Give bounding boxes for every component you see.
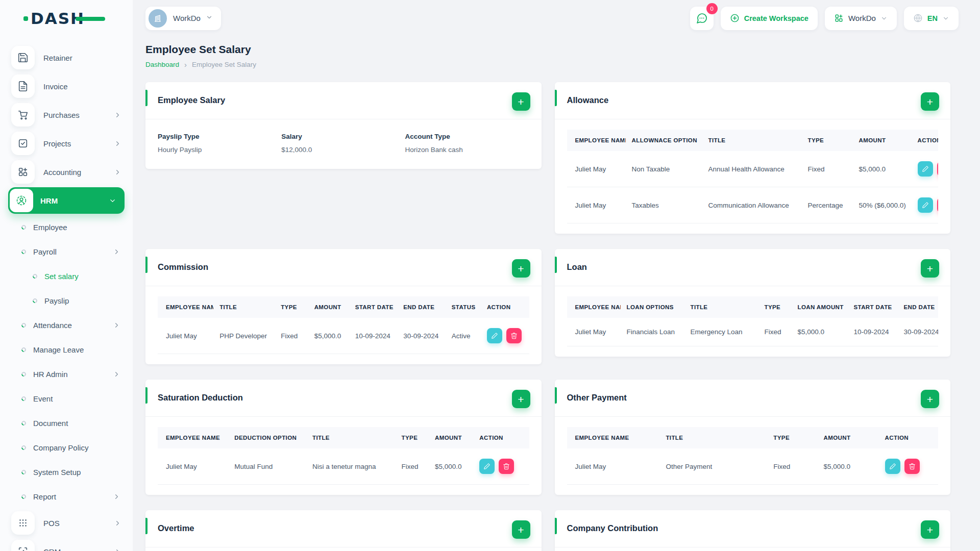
sidebar-item-retainer[interactable]: Retainer — [0, 43, 133, 72]
allowance-table: EMPLOYEE NAME ALLOWNACE OPTION TITLE TYP… — [567, 130, 939, 223]
bullet-icon — [20, 395, 27, 402]
cell-amount: $5,000.0 — [429, 448, 473, 485]
sidebar-item-crm[interactable]: CRM — [0, 537, 133, 551]
chevron-down-icon — [880, 15, 888, 22]
col-type: TYPE — [802, 130, 853, 151]
company-contribution-body — [555, 547, 951, 551]
workspace-menu-button[interactable]: WorkDo — [825, 7, 897, 30]
col-action: ACTION — [481, 296, 529, 318]
loan-card: Loan + EMPLOYEE NAME LOAN OPTIONS TITLE … — [555, 249, 951, 357]
add-allowance-button[interactable]: + — [921, 92, 939, 111]
col-allowance-option: ALLOWNACE OPTION — [626, 130, 702, 151]
add-commission-button[interactable]: + — [512, 259, 530, 278]
sidebar-item-employee[interactable]: Employee — [0, 215, 133, 239]
other-payment-table: EMPLOYEE NAME TITLE TYPE AMOUNT ACTION J… — [567, 427, 939, 485]
cell-employee-name: Juliet May — [158, 448, 228, 485]
card-header: Other Payment + — [555, 380, 951, 417]
commission-table: EMPLOYEE NAME TITLE TYPE AMOUNT START DA… — [158, 296, 529, 354]
sidebar-item-label: HR Admin — [33, 370, 68, 379]
bullet-icon — [32, 297, 38, 304]
sidebar-item-label: Event — [33, 394, 53, 403]
cell-type: Percentage — [802, 187, 853, 223]
field-label: Payslip Type — [158, 133, 281, 140]
edit-button[interactable] — [479, 459, 495, 474]
sidebar-item-payslip[interactable]: Payslip — [0, 288, 133, 313]
sidebar-item-projects[interactable]: Projects — [0, 129, 133, 158]
card-title: Overtime — [158, 520, 194, 533]
card-title: Saturation Deduction — [158, 390, 243, 403]
col-action: ACTION — [912, 130, 939, 151]
add-overtime-button[interactable]: + — [512, 520, 530, 539]
sidebar-item-hrm[interactable]: HRM — [8, 187, 125, 214]
card-header: Commission + — [145, 249, 542, 286]
messages-button[interactable]: 0 — [690, 7, 714, 30]
bullet-icon — [20, 224, 27, 231]
sidebar-item-set-salary[interactable]: Set salary — [0, 264, 133, 288]
col-amount: AMOUNT — [818, 427, 879, 448]
delete-button[interactable] — [937, 161, 939, 177]
sidebar-item-label: Projects — [43, 139, 71, 148]
add-loan-button[interactable]: + — [921, 259, 939, 278]
col-title: TITLE — [659, 427, 767, 448]
sidebar-item-label: Payslip — [44, 296, 69, 305]
topbar: WorkDo 0 Create Workspace WorkDo EN — [133, 0, 980, 36]
delete-button[interactable] — [937, 197, 939, 213]
table-row: Juliet May Financials Loan Emergency Loa… — [567, 318, 939, 346]
edit-button[interactable] — [918, 161, 933, 177]
edit-button[interactable] — [487, 328, 502, 343]
add-employee-salary-button[interactable]: + — [512, 92, 530, 111]
allowance-card: Allowance + EMPLOYEE NAME ALLOWNACE OPTI… — [555, 82, 951, 234]
sidebar-item-label: Invoice — [43, 82, 68, 91]
delete-button[interactable] — [904, 459, 920, 474]
sidebar-item-report[interactable]: Report — [0, 484, 133, 509]
cell-amount: $5,000.0 — [308, 318, 349, 354]
col-end-date: END DATE — [898, 296, 939, 318]
sidebar-item-payroll[interactable]: Payroll — [0, 239, 133, 264]
cell-employee-name: Juliet May — [567, 187, 626, 223]
edit-button[interactable] — [918, 197, 933, 213]
cell-amount: $5,000.0 — [818, 448, 879, 485]
col-type: TYPE — [758, 296, 792, 318]
sidebar-item-invoice[interactable]: Invoice — [0, 72, 133, 101]
globe-icon — [913, 13, 923, 23]
app-logo[interactable]: DASH — [0, 0, 133, 36]
trash-icon — [909, 463, 916, 470]
sidebar-item-system-setup[interactable]: System Setup — [0, 460, 133, 484]
table-header-row: EMPLOYEE NAME LOAN OPTIONS TITLE TYPE LO… — [567, 296, 939, 318]
sidebar-item-purchases[interactable]: Purchases — [0, 101, 133, 129]
chevron-right-icon — [114, 140, 121, 147]
language-selector[interactable]: EN — [904, 7, 959, 30]
cell-title: Annual Health Allowance — [702, 151, 802, 187]
delete-button[interactable] — [499, 459, 514, 474]
sidebar-item-attendance[interactable]: Attendance — [0, 313, 133, 337]
col-title: TITLE — [702, 130, 802, 151]
pencil-icon — [922, 202, 929, 209]
workspace-avatar — [149, 9, 167, 28]
workspace-selector[interactable]: WorkDo — [145, 7, 221, 30]
bullet-icon — [32, 273, 38, 280]
sidebar-item-hr-admin[interactable]: HR Admin — [0, 362, 133, 386]
sidebar-item-company-policy[interactable]: Company Policy — [0, 435, 133, 460]
breadcrumb-separator: › — [184, 60, 187, 69]
cell-loan-options: Financials Loan — [621, 318, 684, 346]
delete-button[interactable] — [506, 328, 522, 343]
cell-employee-name: Juliet May — [567, 448, 660, 485]
edit-button[interactable] — [885, 459, 900, 474]
add-other-payment-button[interactable]: + — [921, 390, 939, 408]
sidebar-item-accounting[interactable]: Accounting — [0, 158, 133, 186]
sidebar-item-document[interactable]: Document — [0, 411, 133, 435]
sidebar-item-manage-leave[interactable]: Manage Leave — [0, 337, 133, 362]
sidebar-item-event[interactable]: Event — [0, 386, 133, 411]
table-row: Juliet May Mutual Fund Nisi a tenetur ma… — [158, 448, 529, 485]
sidebar-item-pos[interactable]: POS — [0, 509, 133, 537]
card-header: Employee Salary + — [145, 82, 542, 119]
col-amount: AMOUNT — [853, 130, 912, 151]
create-workspace-button[interactable]: Create Workspace — [721, 7, 818, 30]
add-company-contribution-button[interactable]: + — [921, 520, 939, 539]
pencil-icon — [922, 165, 929, 172]
breadcrumb-dashboard-link[interactable]: Dashboard — [145, 61, 179, 68]
add-saturation-deduction-button[interactable]: + — [512, 390, 530, 408]
sidebar-item-label: Payroll — [33, 247, 57, 256]
table-row: Juliet May Non Taxable Annual Health All… — [567, 151, 939, 187]
table-header-row: EMPLOYEE NAME ALLOWNACE OPTION TITLE TYP… — [567, 130, 939, 151]
